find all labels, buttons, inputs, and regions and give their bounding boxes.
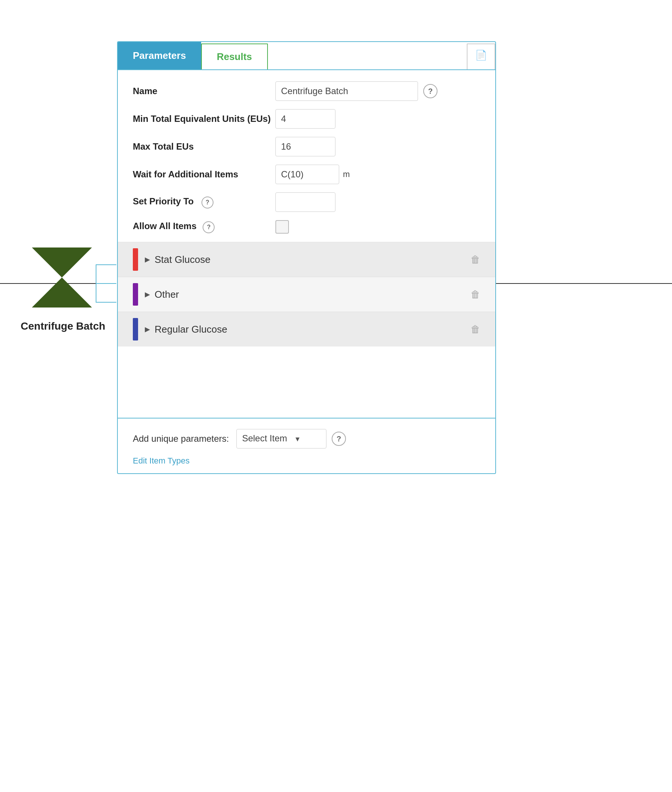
list-item[interactable]: ▶ Stat Glucose 🗑 <box>118 242 495 277</box>
max-eu-row: Max Total EUs <box>133 137 480 156</box>
tab-bar: Parameters Results 📄 <box>118 42 495 70</box>
wait-row: Wait for Additional Items m <box>133 164 480 184</box>
allow-all-help-icon[interactable]: ? <box>203 221 214 233</box>
parameters-panel: Parameters Results 📄 Name ? Min Total Eq… <box>117 41 496 474</box>
expand-icon-other[interactable]: ▶ <box>145 290 150 299</box>
items-list: ▶ Stat Glucose 🗑 ▶ Other 🗑 ▶ Regular Glu… <box>118 242 495 346</box>
tab-results[interactable]: Results <box>201 43 268 69</box>
add-params-row: Add unique parameters: Select Item ▼ ? <box>133 429 480 449</box>
expand-icon-stat-glucose[interactable]: ▶ <box>145 255 150 263</box>
svg-marker-0 <box>32 248 92 278</box>
max-eu-input[interactable] <box>275 137 336 156</box>
empty-space <box>118 346 495 407</box>
allow-all-checkbox[interactable] <box>275 220 289 234</box>
min-eu-input[interactable] <box>275 109 336 129</box>
dropdown-chevron-icon: ▼ <box>294 435 301 443</box>
svg-marker-1 <box>32 278 92 308</box>
delete-icon-stat-glucose[interactable]: 🗑 <box>470 254 480 265</box>
delete-icon-regular-glucose[interactable]: 🗑 <box>470 324 480 335</box>
priority-row: Set Priority To ? <box>133 192 480 212</box>
item-name-other: Other <box>155 289 470 300</box>
item-color-other <box>133 283 138 306</box>
min-eu-row: Min Total Equivalent Units (EUs) <box>133 109 480 129</box>
name-input[interactable] <box>275 81 418 101</box>
bottom-area: Add unique parameters: Select Item ▼ ? E… <box>118 418 495 473</box>
centrifuge-diagram: Centrifuge Batch <box>21 240 106 332</box>
allow-all-label: Allow All Items ? <box>133 221 275 233</box>
item-name-stat-glucose: Stat Glucose <box>155 254 470 265</box>
centrifuge-label: Centrifuge Batch <box>21 320 106 332</box>
list-item[interactable]: ▶ Other 🗑 <box>118 277 495 311</box>
form-area: Name ? Min Total Equivalent Units (EUs) … <box>118 70 495 234</box>
item-color-regular-glucose <box>133 318 138 340</box>
wait-label: Wait for Additional Items <box>133 169 275 180</box>
priority-input[interactable] <box>275 192 336 212</box>
edit-item-types-link[interactable]: Edit Item Types <box>133 456 189 465</box>
select-item-dropdown[interactable]: Select Item ▼ <box>237 429 326 449</box>
canvas: Centrifuge Batch Parameters Results 📄 Na… <box>0 0 672 792</box>
item-color-stat-glucose <box>133 248 138 271</box>
wait-unit: m <box>343 169 350 179</box>
add-params-help-icon[interactable]: ? <box>332 432 346 446</box>
priority-label: Set Priority To ? <box>133 196 275 209</box>
tab-doc-icon[interactable]: 📄 <box>467 43 495 69</box>
min-eu-label: Min Total Equivalent Units (EUs) <box>133 113 275 124</box>
item-name-regular-glucose: Regular Glucose <box>155 324 470 335</box>
priority-help-icon[interactable]: ? <box>202 196 213 209</box>
select-item-wrapper: Select Item ▼ <box>237 429 326 449</box>
name-label: Name <box>133 86 275 96</box>
name-row: Name ? <box>133 81 480 101</box>
add-params-label: Add unique parameters: <box>133 433 229 444</box>
max-eu-label: Max Total EUs <box>133 141 275 152</box>
wait-input[interactable] <box>275 164 339 184</box>
name-help-icon[interactable]: ? <box>423 84 437 98</box>
expand-icon-regular-glucose[interactable]: ▶ <box>145 325 150 334</box>
allow-all-row: Allow All Items ? <box>133 220 480 234</box>
delete-icon-other[interactable]: 🗑 <box>470 289 480 300</box>
list-item[interactable]: ▶ Regular Glucose 🗑 <box>118 311 495 346</box>
tab-parameters[interactable]: Parameters <box>118 42 201 69</box>
